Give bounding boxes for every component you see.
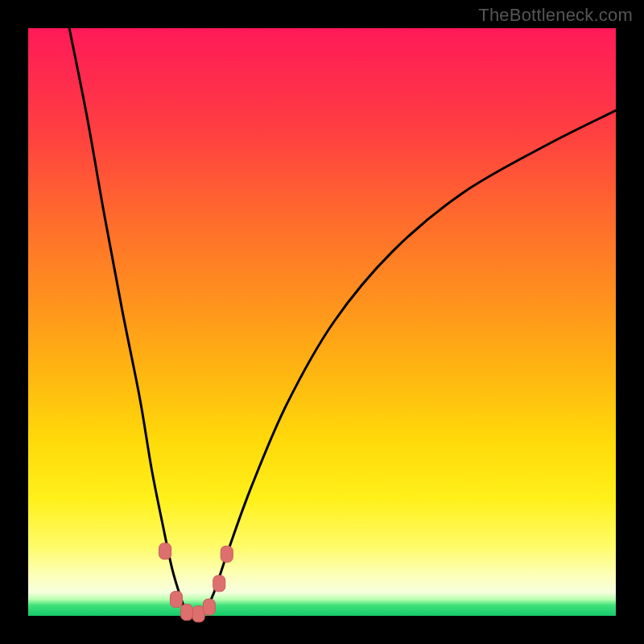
bottleneck-curve bbox=[69, 28, 616, 616]
curve-marker bbox=[170, 592, 182, 608]
plot-area bbox=[28, 28, 616, 616]
attribution-watermark: TheBottleneck.com bbox=[478, 5, 633, 26]
curve-marker bbox=[203, 599, 215, 615]
curve-marker bbox=[221, 546, 233, 562]
curve-markers bbox=[159, 543, 233, 622]
curve-marker bbox=[181, 605, 193, 621]
curve-marker bbox=[213, 576, 225, 592]
bottleneck-curve-svg bbox=[28, 28, 616, 616]
chart-frame: TheBottleneck.com bbox=[0, 0, 644, 644]
curve-marker bbox=[159, 543, 171, 559]
